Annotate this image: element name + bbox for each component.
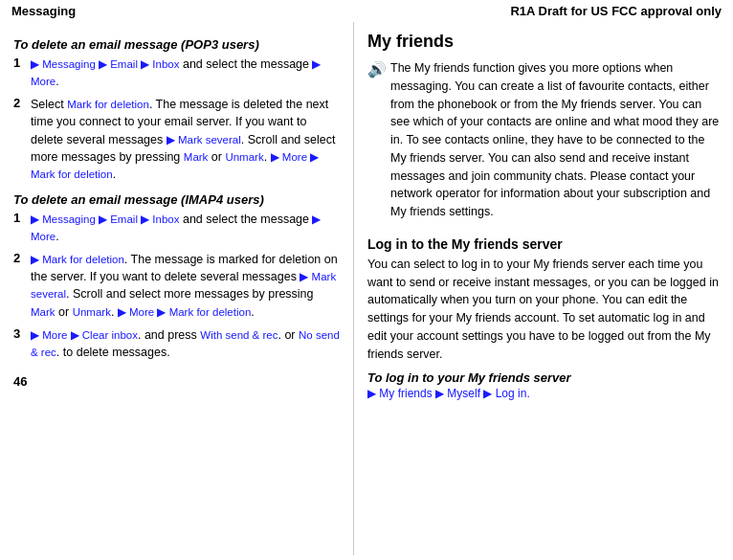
- imap-step1-num: 1: [13, 211, 29, 225]
- imap-step1: 1 ▶ Messaging ▶ Email ▶ Inbox and select…: [13, 211, 340, 245]
- intro-text: The My friends function gives you more o…: [390, 59, 720, 221]
- step2: 2 Select Mark for deletion. The message …: [13, 96, 340, 183]
- left-column: To delete an email message (POP3 users) …: [0, 22, 354, 555]
- info-icon: 🔊: [367, 60, 387, 78]
- imap-step2-num: 2: [13, 251, 29, 265]
- section2: To delete an email message (IMAP4 users)…: [13, 192, 340, 361]
- imap-step1-text: ▶ Messaging ▶ Email ▶ Inbox and select t…: [31, 211, 340, 245]
- intro-row: 🔊 The My friends function gives you more…: [367, 59, 720, 227]
- log-in-server-body: You can select to log in to your My frie…: [367, 256, 720, 364]
- step2-text: Select Mark for deletion. The message is…: [31, 96, 340, 183]
- imap-step2-text: ▶ Mark for deletion. The message is mark…: [31, 251, 340, 321]
- log-in-server-title: Log in to the My friends server: [367, 236, 720, 252]
- header-left: Messaging: [11, 4, 76, 18]
- header-right-text: Draft for US FCC approval only: [535, 4, 722, 18]
- section2-title: To delete an email message (IMAP4 users): [13, 192, 340, 207]
- page-number: 46: [13, 374, 340, 389]
- imap-step3-text: ▶ More ▶ Clear inbox. and press With sen…: [31, 326, 340, 361]
- my-friends-title: My friends: [367, 32, 720, 52]
- imap-step2: 2 ▶ Mark for deletion. The message is ma…: [13, 251, 340, 321]
- log-in-nav: ▶ My friends ▶ Myself ▶ Log in.: [367, 387, 720, 400]
- header: Messaging R1A Draft for US FCC approval …: [0, 0, 733, 22]
- imap-step3: 3 ▶ More ▶ Clear inbox. and press With s…: [13, 326, 340, 361]
- step1-text: ▶ Messaging ▶ Email ▶ Inbox and select t…: [31, 56, 340, 90]
- right-column: My friends 🔊 The My friends function giv…: [354, 22, 733, 555]
- log-in-italic-title: To log in to your My friends server: [367, 370, 720, 385]
- step1-num: 1: [13, 56, 29, 70]
- imap-step3-num: 3: [13, 326, 29, 341]
- section1-title: To delete an email message (POP3 users): [13, 37, 340, 52]
- step2-num: 2: [13, 96, 29, 110]
- step1: 1 ▶ Messaging ▶ Email ▶ Inbox and select…: [13, 56, 340, 90]
- section1: To delete an email message (POP3 users) …: [13, 37, 340, 183]
- header-right: R1A Draft for US FCC approval only: [510, 4, 722, 18]
- header-right-bold: R1A: [510, 4, 535, 18]
